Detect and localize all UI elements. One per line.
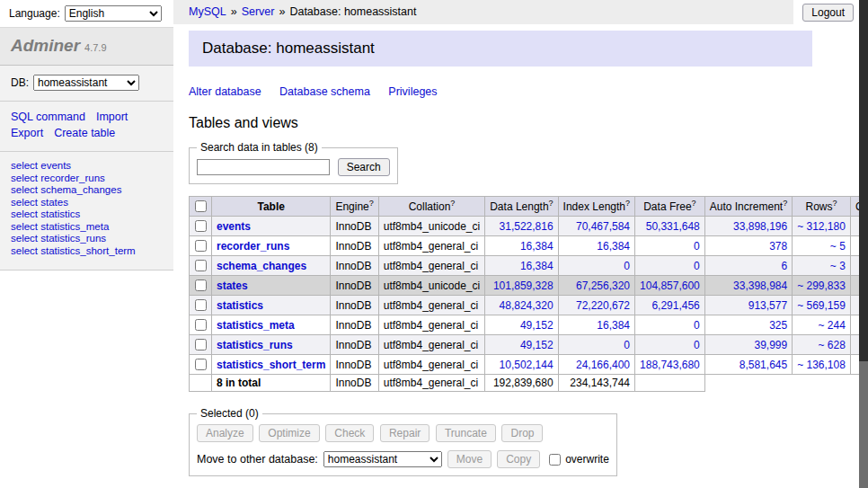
data-free-link[interactable]: 0 — [694, 319, 700, 332]
data-free-link[interactable]: 50,331,648 — [646, 220, 700, 233]
row-checkbox[interactable] — [195, 339, 207, 350]
help-icon[interactable]: ? — [783, 199, 787, 208]
data-length-link[interactable]: 101,859,328 — [493, 279, 554, 292]
rows-count-link[interactable]: ~ 299,833 — [797, 279, 846, 292]
sidebar-item-select-statistics-runs[interactable]: select statistics_runs — [11, 233, 163, 245]
data-length-link[interactable]: 16,384 — [520, 240, 554, 253]
help-icon[interactable]: ? — [692, 199, 696, 208]
check-button[interactable]: Check — [325, 424, 374, 442]
data-length-link[interactable]: 10,502,144 — [500, 359, 554, 371]
auto-increment-link[interactable]: 378 — [769, 240, 787, 253]
index-length-link[interactable]: 67,256,320 — [576, 279, 630, 292]
auto-increment-link[interactable]: 325 — [769, 319, 787, 332]
scrollbar-thumb[interactable] — [859, 0, 868, 361]
select-all-checkbox[interactable] — [195, 200, 207, 212]
index-length-link[interactable]: 0 — [624, 260, 630, 272]
sidebar-item-select-events[interactable]: select events — [11, 160, 163, 173]
sidebar-item-select-statistics-short-term[interactable]: select statistics_short_term — [11, 245, 163, 258]
column-header-engine[interactable]: Engine? — [331, 197, 378, 217]
database-schema-link[interactable]: Database schema — [279, 85, 370, 98]
table-name-link[interactable]: states — [217, 279, 248, 292]
rows-count-link[interactable]: ~ 312,180 — [797, 220, 846, 233]
row-checkbox[interactable] — [195, 359, 207, 370]
alter-database-link[interactable]: Alter database — [189, 85, 261, 98]
rows-count-link[interactable]: ~ 244 — [819, 319, 846, 332]
help-icon[interactable]: ? — [369, 199, 374, 208]
auto-increment-link[interactable]: 6 — [781, 260, 787, 272]
help-icon[interactable]: ? — [833, 199, 837, 208]
breadcrumb-server-link[interactable]: Server — [242, 5, 275, 18]
row-checkbox[interactable] — [195, 240, 207, 252]
column-header-rows[interactable]: Rows? — [793, 197, 851, 217]
column-header-auto-increment[interactable]: Auto Increment? — [704, 197, 792, 217]
data-free-link[interactable]: 188,743,680 — [640, 359, 700, 371]
auto-increment-link[interactable]: 913,577 — [748, 299, 787, 312]
analyze-button[interactable]: Analyze — [197, 424, 253, 442]
optimize-button[interactable]: Optimize — [259, 424, 319, 442]
index-length-link[interactable]: 0 — [624, 339, 630, 351]
drop-button[interactable]: Drop — [501, 424, 543, 442]
data-length-link[interactable]: 16,384 — [520, 260, 554, 272]
sidebar-item-select-states[interactable]: select states — [11, 197, 163, 209]
privileges-link[interactable]: Privileges — [388, 85, 437, 98]
create-table-link[interactable]: Create table — [54, 127, 115, 139]
overwrite-checkbox[interactable] — [549, 454, 561, 466]
import-link[interactable]: Import — [96, 111, 128, 123]
column-header-collation[interactable]: Collation? — [378, 197, 484, 217]
column-header-data-length[interactable]: Data Length? — [485, 197, 558, 217]
sql-command-link[interactable]: SQL command — [11, 111, 85, 123]
row-checkbox[interactable] — [195, 299, 207, 311]
logout-button[interactable]: Logout — [802, 4, 854, 22]
search-input[interactable] — [197, 159, 330, 175]
scrollbar[interactable] — [859, 0, 868, 488]
data-free-link[interactable]: 0 — [694, 260, 700, 272]
move-db-select[interactable]: homeassistant — [323, 451, 442, 467]
data-length-link[interactable]: 49,152 — [520, 339, 554, 351]
auto-increment-link[interactable]: 33,898,196 — [733, 220, 787, 233]
column-header-data-free[interactable]: Data Free? — [635, 197, 705, 217]
sidebar-item-select-statistics-meta[interactable]: select statistics_meta — [11, 221, 163, 234]
help-icon[interactable]: ? — [450, 199, 455, 208]
column-header-table[interactable]: Table — [212, 197, 331, 217]
column-header-index-length[interactable]: Index Length? — [558, 197, 634, 217]
table-name-link[interactable]: statistics_short_term — [217, 359, 325, 371]
search-button[interactable]: Search — [338, 158, 390, 176]
table-name-link[interactable]: statistics_runs — [217, 339, 293, 351]
rows-count-link[interactable]: ~ 136,108 — [797, 359, 846, 371]
repair-button[interactable]: Repair — [380, 424, 430, 442]
table-name-link[interactable]: recorder_runs — [217, 240, 289, 253]
move-button[interactable]: Move — [447, 450, 492, 468]
data-length-link[interactable]: 49,152 — [520, 319, 554, 332]
index-length-link[interactable]: 16,384 — [597, 319, 630, 332]
data-free-link[interactable]: 0 — [694, 240, 700, 253]
language-select[interactable]: English — [65, 5, 162, 22]
index-length-link[interactable]: 24,166,400 — [576, 359, 630, 371]
auto-increment-link[interactable]: 33,398,984 — [733, 279, 787, 292]
breadcrumb-mysql-link[interactable]: MySQL — [189, 5, 226, 18]
table-name-link[interactable]: statistics_meta — [217, 319, 295, 332]
rows-count-link[interactable]: ~ 628 — [819, 339, 846, 351]
help-icon[interactable]: ? — [549, 199, 554, 208]
index-length-link[interactable]: 70,467,584 — [576, 220, 630, 233]
sidebar-item-select-statistics[interactable]: select statistics — [11, 209, 163, 221]
rows-count-link[interactable]: ~ 3 — [830, 260, 846, 272]
data-free-link[interactable]: 104,857,600 — [640, 279, 700, 292]
index-length-link[interactable]: 16,384 — [597, 240, 630, 253]
data-free-link[interactable]: 6,291,456 — [651, 299, 699, 312]
row-checkbox[interactable] — [195, 319, 207, 331]
export-link[interactable]: Export — [11, 127, 43, 139]
help-icon[interactable]: ? — [625, 199, 630, 208]
copy-button[interactable]: Copy — [497, 450, 540, 468]
row-checkbox[interactable] — [195, 260, 207, 271]
table-name-link[interactable]: schema_changes — [217, 260, 306, 272]
sidebar-item-select-schema-changes[interactable]: select schema_changes — [11, 184, 163, 197]
table-name-link[interactable]: events — [217, 220, 251, 233]
data-length-link[interactable]: 31,522,816 — [500, 220, 554, 233]
auto-increment-link[interactable]: 8,581,645 — [740, 359, 787, 371]
sidebar-item-select-recorder-runs[interactable]: select recorder_runs — [11, 173, 163, 185]
db-select[interactable]: homeassistant — [33, 75, 139, 91]
rows-count-link[interactable]: ~ 569,159 — [797, 299, 846, 312]
app-version[interactable]: 4.7.9 — [84, 42, 106, 53]
auto-increment-link[interactable]: 39,999 — [754, 339, 787, 351]
data-length-link[interactable]: 48,824,320 — [500, 299, 554, 312]
